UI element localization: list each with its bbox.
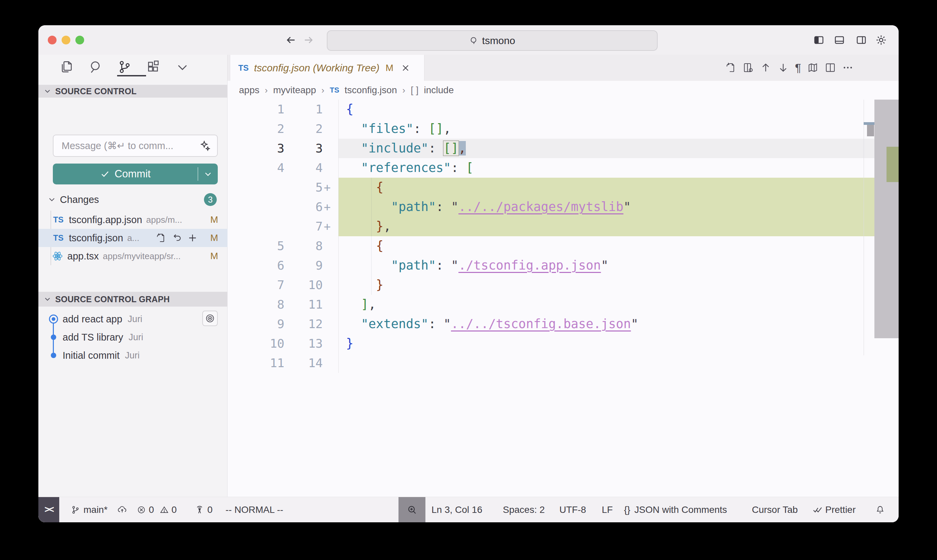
breadcrumb-item-myviteapp[interactable]: myviteapp <box>273 85 316 95</box>
modified-line-number: 14 <box>285 353 323 373</box>
code-line[interactable]: 1013} <box>38 334 899 353</box>
more-actions-icon[interactable] <box>842 62 854 73</box>
zoom-in-icon <box>406 505 417 515</box>
original-line-number: 8 <box>228 295 285 314</box>
git-branch-icon <box>71 505 80 515</box>
ports-status-item[interactable]: 0 <box>195 497 213 522</box>
code-text: "path": "./tsconfig.app.json" <box>346 256 609 275</box>
activity-bar <box>59 55 197 78</box>
cursor-tab-item[interactable]: Cursor Tab <box>752 497 798 522</box>
remote-indicator-button[interactable]: >< <box>38 497 59 522</box>
source-control-section-header[interactable]: SOURCE CONTROL <box>38 85 228 98</box>
gutter-divider <box>338 100 338 373</box>
code-line[interactable]: 33 "include": [], <box>38 138 899 158</box>
toggle-panel-icon[interactable] <box>834 34 845 46</box>
tab-modified-badge: M <box>386 63 394 73</box>
minimize-window-button[interactable] <box>62 36 70 45</box>
code-line[interactable]: 912 "extends": "../../tsconfig.base.json… <box>38 314 899 334</box>
editor-toolbar: ¶ <box>725 62 854 73</box>
screencast-zoom-item[interactable] <box>398 497 425 522</box>
modified-line-number: 5 <box>285 178 323 197</box>
original-line-number: 10 <box>228 334 285 353</box>
code-line[interactable]: 22 "files": [], <box>38 119 899 138</box>
more-views-chevron-icon[interactable] <box>175 60 190 74</box>
breadcrumb-item-tsconfig-json[interactable]: tsconfig.json <box>345 85 397 95</box>
word-wrap-map-icon[interactable] <box>807 62 819 73</box>
code-line[interactable]: 1114 <box>38 353 899 373</box>
original-line-number: 5 <box>228 236 285 256</box>
vim-mode-status-item[interactable]: -- NORMAL -- <box>226 497 283 522</box>
original-line-number: 7 <box>228 275 285 295</box>
code-line[interactable]: 710 } <box>38 275 899 295</box>
breadcrumb-item-apps[interactable]: apps <box>239 85 260 95</box>
warnings-count: 0 <box>172 505 177 515</box>
chevron-right-icon: › <box>322 85 325 95</box>
modified-line-number: 8 <box>285 236 323 256</box>
original-line-number <box>228 217 285 236</box>
cursor-position-item[interactable]: Ln 3, Col 16 <box>431 497 482 522</box>
errors-count: 0 <box>149 505 154 515</box>
code-line[interactable]: 11{ <box>38 100 899 119</box>
toggle-primary-sidebar-icon[interactable] <box>813 34 825 46</box>
original-line-number: 9 <box>228 314 285 334</box>
notifications-item[interactable] <box>875 497 885 522</box>
formatter-item[interactable]: Prettier <box>812 497 855 522</box>
split-editor-icon[interactable] <box>825 62 836 73</box>
code-line[interactable]: 811 ], <box>38 295 899 314</box>
code-line[interactable]: 7+ }, <box>38 217 899 236</box>
forward-button[interactable] <box>303 34 314 46</box>
original-line-number: 2 <box>228 119 285 138</box>
language-mode-item[interactable]: {} JSON with Comments <box>624 497 727 522</box>
search-view-icon[interactable] <box>88 60 103 74</box>
modified-line-number: 4 <box>285 158 323 178</box>
added-line-plus-marker: + <box>324 178 331 197</box>
whitespace-pilcrow-icon[interactable]: ¶ <box>795 62 801 73</box>
settings-gear-icon[interactable] <box>875 34 887 46</box>
titlebar: tsmono <box>38 25 899 55</box>
code-line[interactable]: 6+ "path": "../../packages/mytslib" <box>38 197 899 217</box>
remote-icon: >< <box>45 505 53 515</box>
next-change-icon[interactable] <box>777 62 789 73</box>
previous-change-icon[interactable] <box>760 62 771 73</box>
code-text: { <box>346 236 383 256</box>
original-line-number: 11 <box>228 353 285 373</box>
code-text: "extends": "../../tsconfig.base.json" <box>346 314 639 334</box>
editor-scrollbar[interactable] <box>874 100 899 338</box>
inline-diff-view-icon[interactable] <box>742 62 754 73</box>
close-window-button[interactable] <box>48 36 57 45</box>
code-text: "files": [], <box>346 119 451 138</box>
code-line[interactable]: 5+ { <box>38 178 899 197</box>
chevron-right-icon: › <box>402 85 405 95</box>
eol: LF <box>602 505 613 515</box>
eol-item[interactable]: LF <box>602 497 613 522</box>
vim-mode: -- NORMAL -- <box>226 505 283 515</box>
original-line-number: 3 <box>228 138 285 158</box>
radio-tower-icon <box>195 505 205 515</box>
problems-status-item[interactable]: 0 0 <box>137 497 177 522</box>
code-line[interactable]: 69 "path": "./tsconfig.app.json" <box>38 256 899 275</box>
modified-line-number: 1 <box>285 100 323 119</box>
maximize-window-button[interactable] <box>75 36 84 45</box>
search-value: tsmono <box>482 35 515 46</box>
open-changes-icon[interactable] <box>725 62 736 73</box>
status-bar: >< main* 0 0 0 -- NORMAL -- Ln 3, Col 16… <box>38 497 899 522</box>
encoding-item[interactable]: UTF-8 <box>559 497 586 522</box>
extensions-view-icon[interactable] <box>146 60 161 74</box>
explorer-icon[interactable] <box>59 60 74 74</box>
branch-status-item[interactable]: main* <box>71 497 127 522</box>
code-line[interactable]: 58 { <box>38 236 899 256</box>
back-button[interactable] <box>285 34 297 46</box>
original-line-number <box>228 197 285 217</box>
indentation: Spaces: 2 <box>503 505 545 515</box>
indentation-item[interactable]: Spaces: 2 <box>503 497 545 522</box>
tab-title: tsconfig.json (Working Tree) <box>254 62 380 74</box>
tab-tsconfig-json-working-tree[interactable]: TS tsconfig.json (Working Tree) M <box>230 55 425 81</box>
close-tab-icon[interactable] <box>401 63 410 73</box>
toggle-secondary-sidebar-icon[interactable] <box>855 34 867 46</box>
overview-slider-mark <box>867 125 874 136</box>
source-control-view-icon[interactable] <box>117 60 132 74</box>
command-center-search[interactable]: tsmono <box>327 30 658 51</box>
ports-count: 0 <box>207 505 213 515</box>
breadcrumb-item-include[interactable]: include <box>424 85 454 95</box>
code-line[interactable]: 44 "references": [ <box>38 158 899 178</box>
